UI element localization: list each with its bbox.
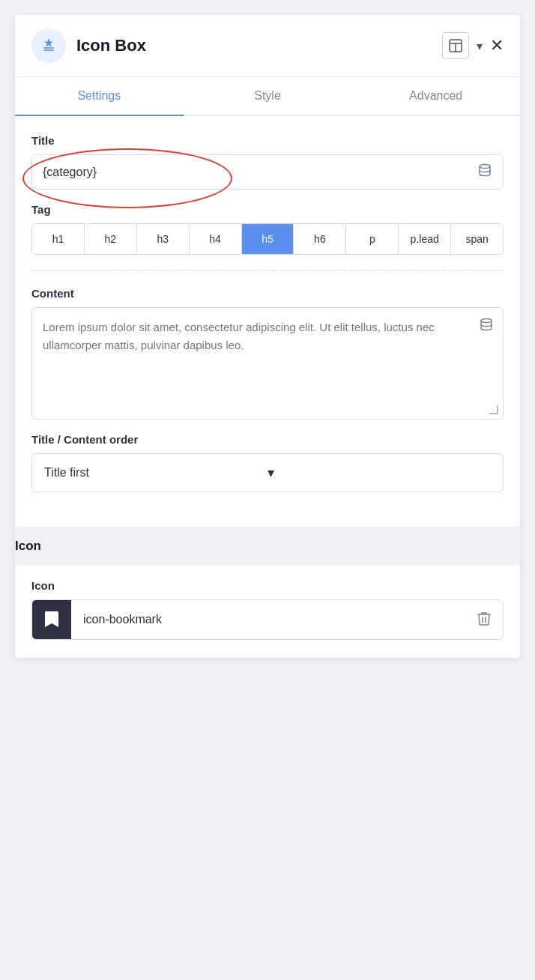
icon-box-panel: Icon Box ▾ ✕ Settings Style Advanced Tit…: [15, 15, 520, 658]
title-field-wrapper: [31, 154, 504, 190]
tag-label: Tag: [31, 203, 504, 216]
order-select[interactable]: Title first ▾: [31, 453, 504, 492]
icon-content: Icon icon-bookmark: [15, 566, 520, 658]
icon-delete-button[interactable]: [465, 610, 503, 630]
tag-group: h1 h2 h3 h4 h5 h6 p p.lead span: [31, 223, 504, 255]
star-lines-icon: [40, 37, 58, 55]
tabs-bar: Settings Style Advanced: [15, 77, 520, 116]
tag-h5[interactable]: h5: [242, 224, 294, 254]
order-label: Title / Content order: [31, 433, 504, 446]
trash-icon: [476, 610, 492, 626]
icon-section-label: Icon: [15, 539, 41, 553]
close-button[interactable]: ✕: [490, 36, 504, 55]
tag-p[interactable]: p: [346, 224, 399, 254]
title-input-row[interactable]: [31, 154, 504, 190]
bookmark-icon: [43, 610, 60, 629]
icon-name-label: icon-bookmark: [71, 613, 465, 626]
title-db-icon[interactable]: [477, 163, 492, 181]
content-db-icon[interactable]: [479, 317, 494, 336]
template-icon: [449, 39, 462, 52]
header-actions: ▾ ✕: [442, 32, 504, 59]
content-textarea-row[interactable]: [31, 307, 504, 420]
icon-preview[interactable]: [32, 600, 71, 639]
tag-h1[interactable]: h1: [32, 224, 85, 254]
order-value: Title first: [44, 466, 268, 480]
chevron-down-button[interactable]: ▾: [477, 39, 483, 53]
title-label: Title: [31, 134, 504, 147]
tag-span[interactable]: span: [451, 224, 503, 254]
template-button[interactable]: [442, 32, 469, 59]
svg-point-5: [480, 165, 490, 169]
tag-h3[interactable]: h3: [137, 224, 190, 254]
tab-advanced[interactable]: Advanced: [351, 77, 520, 115]
tag-h2[interactable]: h2: [85, 224, 137, 254]
divider-1: [31, 270, 504, 270]
icon-field-label: Icon: [31, 579, 504, 592]
database-icon: [477, 163, 492, 178]
tab-style[interactable]: Style: [184, 77, 352, 115]
title-input[interactable]: [43, 166, 471, 179]
svg-point-6: [481, 319, 492, 323]
icon-section-header: Icon: [15, 527, 520, 566]
chevron-down-icon: ▾: [268, 465, 491, 481]
header-icon-wrap: [31, 28, 66, 63]
content-textarea[interactable]: [43, 318, 492, 408]
tag-plead[interactable]: p.lead: [399, 224, 451, 254]
resize-handle[interactable]: [489, 405, 498, 414]
icon-field-row: icon-bookmark: [31, 599, 504, 640]
settings-content: Title Tag h1 h2 h3 h4 h5 h6: [15, 116, 520, 527]
content-label: Content: [31, 287, 504, 300]
tag-h6[interactable]: h6: [294, 224, 346, 254]
panel-title: Icon Box: [76, 36, 432, 55]
database-icon-2: [479, 317, 494, 332]
tab-settings[interactable]: Settings: [15, 77, 184, 115]
tag-h4[interactable]: h4: [190, 224, 242, 254]
panel-header: Icon Box ▾ ✕: [15, 15, 520, 77]
